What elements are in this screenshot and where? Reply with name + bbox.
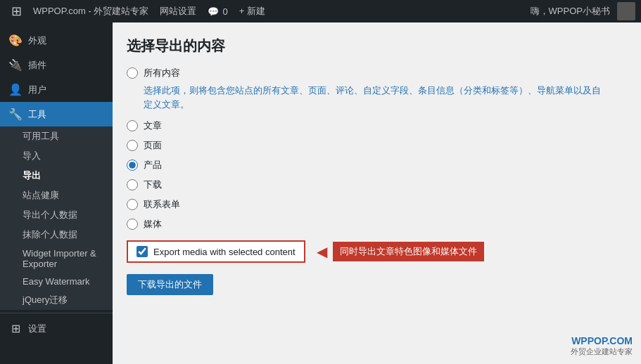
submenu-available-tools[interactable]: 可用工具 [0, 126, 113, 146]
site-name-item[interactable]: WPPOP.com - 外贸建站专家 [27, 5, 154, 18]
radio-input-downloads[interactable] [127, 179, 138, 190]
link-import[interactable]: 导入 [0, 146, 113, 166]
submenu-site-health[interactable]: 站点健康 [0, 186, 113, 205]
radio-label-contact[interactable]: 联系表单 [144, 198, 180, 211]
radio-label-all[interactable]: 所有内容 [144, 67, 180, 79]
menu-link-plugins[interactable]: 🔌 插件 [0, 53, 113, 77]
export-media-label[interactable]: Export media with selected content [153, 247, 296, 257]
link-export[interactable]: 导出 [0, 166, 113, 186]
export-media-checkbox[interactable] [137, 246, 148, 257]
link-site-health[interactable]: 站点健康 [0, 186, 113, 205]
menu-item-plugins[interactable]: 🔌 插件 [0, 53, 113, 77]
page-title: 选择导出的内容 [127, 37, 605, 56]
submenu-erase-personal[interactable]: 抹除个人数据 [0, 225, 113, 245]
tools-submenu: 可用工具 导入 导出 站点健 [0, 126, 113, 310]
link-easy-watermark[interactable]: Easy Watermark [0, 273, 113, 290]
users-icon: 👤 [8, 83, 23, 96]
submenu-easy-watermark[interactable]: Easy Watermark [0, 273, 113, 290]
appearance-icon: 🎨 [8, 34, 23, 47]
export-label: 导出 [23, 169, 41, 182]
link-erase-personal[interactable]: 抹除个人数据 [0, 225, 113, 245]
all-content-description: 选择此项，则将包含您站点的所有文章、页面、评论、自定义字段、条目信息（分类和标签… [144, 84, 605, 111]
radio-all-content[interactable]: 所有内容 [127, 67, 605, 79]
menu-link-appearance[interactable]: 🎨 外观 [0, 28, 113, 53]
link-export-personal[interactable]: 导出个人数据 [0, 205, 113, 225]
site-settings-item[interactable]: 网站设置 [154, 5, 202, 18]
radio-input-all[interactable] [127, 67, 138, 79]
settings-label: 设置 [28, 323, 46, 335]
brand-name: WPPOP.COM [571, 335, 633, 346]
menu-item-tools[interactable]: 🔧 工具 可用工具 导入 [0, 102, 113, 310]
tools-label: 工具 [28, 108, 46, 121]
menu-item-appearance[interactable]: 🎨 外观 [0, 28, 113, 53]
link-available-tools[interactable]: 可用工具 [0, 126, 113, 146]
wp-logo-item[interactable]: ⊞ [6, 4, 27, 19]
tools-icon: 🔧 [8, 108, 23, 121]
branding: WPPOP.COM 外贸企业建站专家 [571, 335, 633, 357]
users-label: 用户 [28, 84, 46, 96]
radio-input-media[interactable] [127, 219, 138, 230]
plugins-icon: 🔌 [8, 58, 23, 72]
radio-contact[interactable]: 联系表单 [127, 198, 605, 211]
comments-count: 0 [222, 6, 227, 17]
radio-input-pages[interactable] [127, 140, 138, 151]
available-tools-label: 可用工具 [23, 130, 59, 143]
main-content: 选择导出的内容 所有内容 选择此项，则将包含您站点的所有文章、页面、评论、自定义… [113, 22, 641, 364]
radio-label-downloads[interactable]: 下载 [144, 178, 162, 191]
menu-item-settings[interactable]: ⊞ 设置 [0, 316, 113, 341]
menu-item-users[interactable]: 👤 用户 [0, 77, 113, 102]
appearance-label: 外观 [28, 34, 46, 47]
export-media-row: Export media with selected content ◀ 同时导… [127, 240, 605, 263]
link-widget-importer[interactable]: Widget Importer & Exporter [0, 245, 113, 273]
radio-input-posts[interactable] [127, 120, 138, 131]
admin-sidebar: 🎨 外观 🔌 插件 👤 用户 🔧 [0, 22, 113, 364]
export-media-arrow: ◀ 同时导出文章特色图像和媒体文件 [317, 242, 484, 261]
wordpress-logo-icon: ⊞ [11, 4, 22, 19]
greeting-text: 嗨，WPPOP小秘书 [531, 5, 610, 18]
submenu-jquery-migrate[interactable]: jQuery迁移 [0, 290, 113, 310]
submenu-export[interactable]: 导出 [0, 166, 113, 186]
new-item[interactable]: + 新建 [234, 5, 271, 18]
content-wrap: 选择导出的内容 所有内容 选择此项，则将包含您站点的所有文章、页面、评论、自定义… [127, 37, 605, 295]
radio-label-media[interactable]: 媒体 [144, 218, 162, 230]
admin-menu: 🎨 外观 🔌 插件 👤 用户 🔧 [0, 22, 113, 341]
menu-link-users[interactable]: 👤 用户 [0, 77, 113, 102]
export-media-box[interactable]: Export media with selected content [127, 240, 305, 263]
export-media-note: 同时导出文章特色图像和媒体文件 [333, 242, 484, 261]
link-jquery-migrate[interactable]: jQuery迁移 [0, 290, 113, 310]
radio-downloads[interactable]: 下载 [127, 178, 605, 191]
easy-watermark-label: Easy Watermark [23, 276, 90, 287]
radio-posts[interactable]: 文章 [127, 119, 605, 132]
radio-label-posts[interactable]: 文章 [144, 119, 162, 132]
site-name: WPPOP.com - 外贸建站专家 [33, 5, 148, 18]
submenu-export-personal[interactable]: 导出个人数据 [0, 205, 113, 225]
radio-pages[interactable]: 页面 [127, 139, 605, 152]
radio-media[interactable]: 媒体 [127, 218, 605, 230]
brand-sub: 外贸企业建站专家 [571, 346, 633, 357]
main-layout: 🎨 外观 🔌 插件 👤 用户 🔧 [0, 22, 641, 364]
menu-link-settings[interactable]: ⊞ 设置 [0, 316, 113, 341]
download-button[interactable]: 下载导出的文件 [127, 274, 213, 295]
menu-separator [0, 313, 113, 313]
export-personal-label: 导出个人数据 [23, 209, 77, 221]
user-avatar-placeholder [617, 2, 635, 20]
radio-label-pages[interactable]: 页面 [144, 139, 162, 152]
settings-icon: ⊞ [8, 322, 23, 335]
plugins-label: 插件 [28, 59, 46, 72]
admin-bar: ⊞ WPPOP.com - 外贸建站专家 网站设置 💬 0 + 新建 嗨，WPP… [0, 0, 641, 22]
comments-item[interactable]: 💬 0 [202, 6, 233, 17]
submenu-import[interactable]: 导入 [0, 146, 113, 166]
menu-link-tools[interactable]: 🔧 工具 [0, 102, 113, 126]
submenu-widget-importer[interactable]: Widget Importer & Exporter [0, 245, 113, 273]
radio-input-contact[interactable] [127, 199, 138, 210]
radio-input-products[interactable] [127, 160, 138, 171]
widget-importer-label: Widget Importer & Exporter [23, 248, 106, 269]
site-health-label: 站点健康 [23, 189, 59, 202]
radio-products[interactable]: 产品 [127, 159, 605, 171]
site-settings-label: 网站设置 [160, 5, 196, 18]
comment-icon: 💬 [208, 6, 219, 17]
radio-label-products[interactable]: 产品 [144, 159, 162, 171]
jquery-migrate-label: jQuery迁移 [23, 294, 68, 306]
import-label: 导入 [23, 150, 41, 162]
erase-personal-label: 抹除个人数据 [23, 228, 77, 241]
